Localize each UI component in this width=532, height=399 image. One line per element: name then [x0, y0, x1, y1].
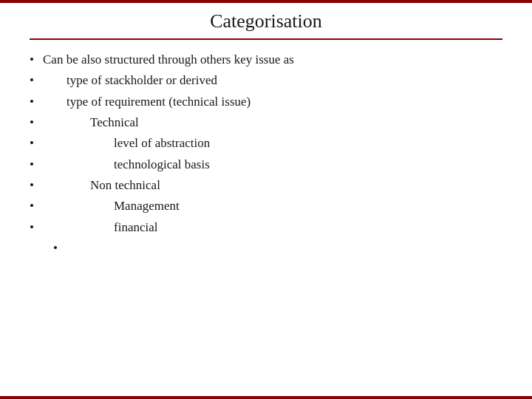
list-item: financial — [30, 218, 502, 237]
list-item: Non technical — [30, 176, 502, 195]
list-item: Technical — [30, 113, 502, 132]
list-item: technological basis — [30, 155, 502, 174]
list-item: level of abstraction — [30, 134, 502, 153]
bullet-list: Can be also structured through others ke… — [30, 50, 502, 259]
slide-content: Categorisation Can be also structured th… — [0, 3, 532, 399]
list-item: type of requirement (technical issue) — [30, 92, 502, 112]
bottom-border — [0, 396, 532, 399]
slide-title: Categorisation — [30, 10, 502, 33]
title-divider — [30, 38, 502, 40]
list-item: Can be also structured through others ke… — [30, 50, 502, 69]
list-item: type of stackholder or derived — [30, 71, 502, 90]
list-item: Management — [30, 197, 502, 216]
slide: Categorisation Can be also structured th… — [0, 0, 532, 399]
list-item — [30, 239, 502, 258]
